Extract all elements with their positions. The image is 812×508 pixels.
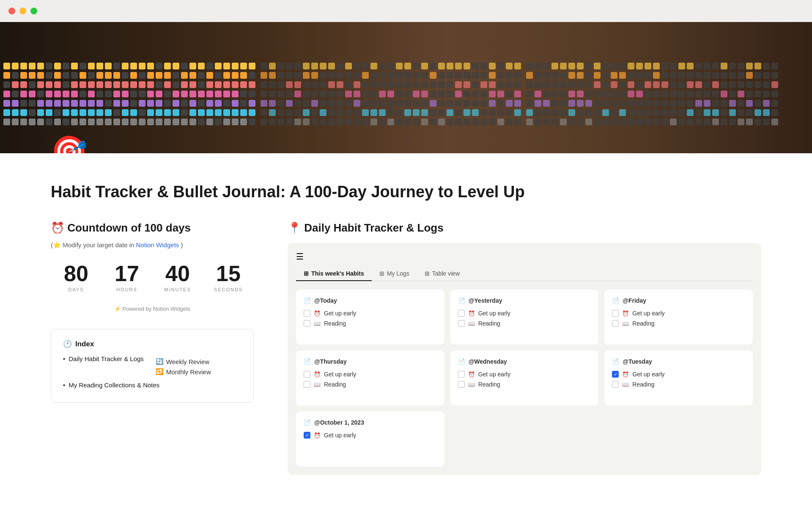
habit-checkbox-friday-getup[interactable]	[612, 310, 619, 317]
list-item[interactable]: 🔄 Weekly Review	[156, 358, 211, 365]
habit-emoji: ⏰	[468, 310, 475, 317]
maximize-button[interactable]	[30, 8, 37, 14]
habit-checkbox-wednesday-getup[interactable]	[458, 371, 465, 378]
habit-checkbox-thursday-getup[interactable]	[304, 371, 310, 378]
grid-cell	[96, 91, 103, 97]
grid-cell	[661, 63, 668, 69]
grid-cell	[404, 119, 411, 125]
card-title: @Thursday	[314, 358, 347, 365]
grid-cell	[12, 119, 19, 125]
habit-checkbox-tuesday-reading[interactable]	[612, 381, 619, 388]
grid-cell	[269, 81, 276, 88]
habit-checkbox-today-getup[interactable]	[304, 310, 310, 317]
grid-cell	[464, 119, 470, 125]
close-button[interactable]	[8, 8, 15, 14]
grid-cell	[447, 91, 453, 97]
grid-cell	[746, 119, 753, 125]
grid-cell	[320, 100, 326, 107]
grid-cell	[37, 119, 44, 125]
weekly-review-label: Weekly Review	[166, 358, 209, 365]
tracker-panel: ☰ ⊞ This week's Habits ⊞ My Logs ⊞ Table…	[288, 243, 761, 475]
grid-cell	[354, 63, 360, 69]
list-item[interactable]: 🔁 Monthly Review	[156, 368, 211, 375]
monthly-review-label: Monthly Review	[166, 368, 211, 375]
grid-cell	[379, 109, 386, 116]
grid-cell	[96, 72, 103, 79]
grid-cell	[46, 63, 52, 69]
habit-checkbox-yesterday-reading[interactable]	[458, 320, 465, 327]
grid-cell	[122, 91, 129, 97]
grid-cell	[232, 81, 239, 88]
card-title: @Yesterday	[469, 297, 502, 304]
grid-cell	[577, 109, 584, 116]
grid-cell	[37, 72, 44, 79]
grid-cell	[438, 72, 445, 79]
grid-cell	[105, 100, 112, 107]
grid-cell	[54, 72, 61, 79]
grid-cell	[122, 100, 129, 107]
grid-cell	[472, 119, 479, 125]
grid-cell	[105, 91, 112, 97]
index-item-reading[interactable]: My Reading Collections & Notes	[69, 381, 159, 389]
minimize-button[interactable]	[19, 8, 26, 14]
grid-cell	[695, 63, 702, 69]
grid-cell	[130, 91, 137, 97]
grid-cell	[464, 100, 470, 107]
grid-cell	[653, 100, 660, 107]
grid-cell	[294, 100, 301, 107]
grid-cell	[294, 63, 301, 69]
grid-cell	[721, 91, 727, 97]
grid-cell	[514, 91, 521, 97]
grid-cell	[286, 119, 293, 125]
grid-cell	[277, 72, 284, 79]
grid-cell	[738, 109, 744, 116]
grid-cell	[636, 72, 643, 79]
notion-widgets-link[interactable]: Notion Widgets	[136, 241, 179, 248]
grid-cell	[661, 109, 668, 116]
grid-cell	[763, 109, 770, 116]
grid-cell	[337, 72, 343, 79]
grid-cell	[535, 91, 541, 97]
grid-cell	[328, 72, 335, 79]
grid-cell	[628, 100, 634, 107]
grid-cell	[164, 109, 171, 116]
habit-checkbox-tuesday-getup[interactable]	[612, 371, 619, 378]
habit-item: ⏰ Get up early	[304, 310, 437, 317]
habit-text: Get up early	[478, 310, 510, 317]
grid-cell	[611, 72, 617, 79]
grid-cell	[189, 100, 196, 107]
habit-checkbox-yesterday-getup[interactable]	[458, 310, 465, 317]
card-doc-icon: 📄	[304, 419, 311, 426]
grid-cell	[311, 100, 318, 107]
grid-cell	[198, 81, 205, 88]
two-column-layout: ⏰ Countdown of 100 days (⭐ Modify your t…	[51, 221, 761, 475]
habit-item: 📖 Reading	[612, 381, 745, 388]
habit-checkbox-today-reading[interactable]	[304, 320, 310, 327]
grid-cell	[472, 109, 479, 116]
habit-checkbox-friday-reading[interactable]	[612, 320, 619, 327]
grid-cell	[12, 63, 19, 69]
tab-table-view[interactable]: ⊞ Table view	[417, 267, 467, 281]
grid-cell	[147, 109, 154, 116]
grid-cell	[173, 72, 179, 79]
index-item-daily[interactable]: Daily Habit Tracker & Logs	[69, 355, 144, 362]
grid-cell	[619, 63, 626, 69]
grid-cell	[678, 81, 685, 88]
habit-checkbox-thursday-reading[interactable]	[304, 381, 310, 388]
grid-cell	[404, 109, 411, 116]
habit-checkbox-wednesday-reading[interactable]	[458, 381, 465, 388]
grid-cell	[88, 100, 95, 107]
grid-cell	[303, 100, 310, 107]
grid-cell	[489, 119, 496, 125]
grid-cell	[20, 91, 27, 97]
grid-cell	[712, 63, 719, 69]
grid-cell	[29, 91, 36, 97]
habit-checkbox-oct1-getup[interactable]	[304, 432, 310, 439]
grid-cell	[670, 91, 677, 97]
grid-cell	[130, 119, 137, 125]
grid-cell	[489, 109, 496, 116]
tab-this-weeks-habits[interactable]: ⊞ This week's Habits	[296, 267, 372, 281]
grid-cell	[497, 63, 504, 69]
grid-cell	[771, 63, 778, 69]
tab-my-logs[interactable]: ⊞ My Logs	[372, 267, 417, 281]
